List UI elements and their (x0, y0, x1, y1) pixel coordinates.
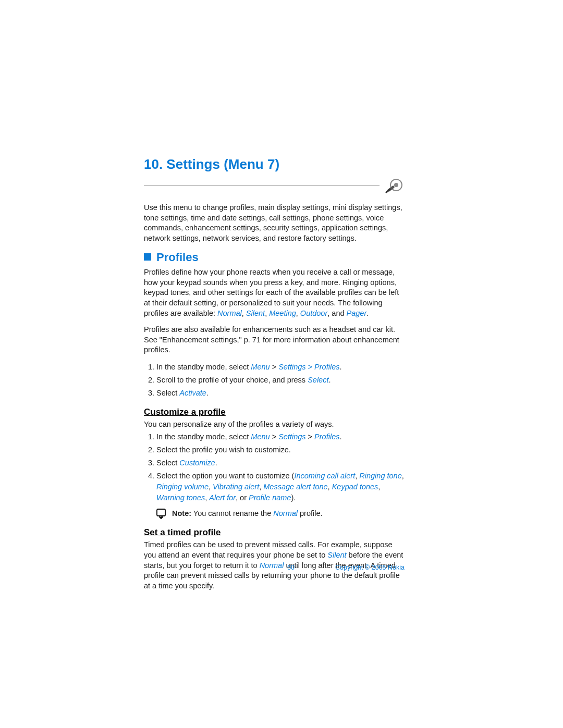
cstep-4: Select the option you want to customize … (156, 471, 405, 503)
menu-path: Menu (251, 363, 270, 371)
step-1: In the standby mode, select Menu > Setti… (156, 362, 405, 373)
opt: Alert for (209, 493, 236, 502)
opt: Keypad tones (332, 483, 378, 491)
opt: Profile name (249, 493, 291, 502)
text: Scroll to the profile of your choice, an… (156, 376, 308, 384)
text: You cannot rename the (191, 509, 273, 517)
text: In the standby mode, select (156, 363, 251, 371)
normal-profile: Normal (273, 509, 298, 517)
profiles-paragraph-2: Profiles are also available for enhancem… (144, 325, 405, 355)
step-2: Scroll to the profile of your choice, an… (156, 375, 405, 386)
copyright-text: Copyright © 2005 Nokia (335, 564, 405, 571)
activate-option: Activate (179, 389, 206, 397)
chapter-title: 10. Settings (Menu 7) (144, 156, 405, 174)
text: Select the option you want to customize … (156, 472, 294, 480)
profiles-paragraph-1: Profiles define how your phone reacts wh… (144, 267, 405, 318)
divider-rule (144, 185, 380, 186)
cstep-2: Select the profile you wish to customize… (156, 445, 405, 455)
customize-paragraph: You can personalize any of the profiles … (144, 419, 405, 430)
menu-path: Menu (251, 433, 270, 441)
opt: Warning tones (156, 493, 205, 502)
cstep-3: Select Customize. (156, 458, 405, 468)
page-number: 60 (287, 564, 295, 571)
page: 10. Settings (Menu 7) Use this menu to c… (0, 0, 563, 728)
profile-pager: Pager (347, 309, 367, 317)
note-text: Note: You cannot rename the Normal profi… (172, 509, 323, 519)
text: , or (236, 493, 249, 502)
profile-meeting: Meeting (269, 309, 296, 317)
customize-option: Customize (179, 459, 215, 467)
profiles-heading: Profiles (144, 251, 405, 264)
customize-heading: Customize a profile (144, 407, 405, 417)
svg-point-1 (394, 183, 398, 187)
text: Select (156, 389, 179, 397)
menu-path: Settings (278, 433, 305, 441)
square-bullet-icon (144, 253, 151, 261)
profiles-steps: In the standby mode, select Menu > Setti… (144, 362, 405, 399)
svg-rect-2 (157, 509, 165, 516)
menu-path: Settings > Profiles (278, 363, 339, 371)
opt: Vibrating alert (213, 483, 259, 491)
menu-path: Profiles (314, 433, 339, 441)
intro-paragraph: Use this menu to change profiles, main d… (144, 203, 405, 243)
note-icon (156, 509, 168, 519)
text: profile. (298, 509, 323, 517)
text: In the standby mode, select (156, 433, 251, 441)
cstep-1: In the standby mode, select Menu > Setti… (156, 431, 405, 442)
opt: Message alert tone (263, 483, 327, 491)
profile-normal: Normal (217, 309, 242, 317)
text: ). (291, 493, 296, 502)
note-label: Note: (172, 509, 191, 517)
step-3: Select Activate. (156, 388, 405, 399)
profile-outdoor: Outdoor (300, 309, 327, 317)
opt: Ringing tone (359, 472, 401, 480)
content-column: 10. Settings (Menu 7) Use this menu to c… (144, 156, 405, 591)
chapter-divider (144, 177, 405, 193)
text: Select (156, 459, 179, 467)
settings-icon (384, 177, 405, 193)
page-footer: 60 Copyright © 2005 Nokia (144, 564, 405, 571)
silent-profile: Silent (327, 551, 346, 559)
customize-steps: In the standby mode, select Menu > Setti… (144, 431, 405, 503)
opt: Ringing volume (156, 483, 209, 491)
profiles-heading-text: Profiles (156, 251, 199, 264)
select-key: Select (308, 376, 328, 384)
profile-silent: Silent (246, 309, 265, 317)
opt: Incoming call alert (294, 472, 355, 480)
timed-heading: Set a timed profile (144, 527, 405, 538)
note: Note: You cannot rename the Normal profi… (156, 509, 405, 519)
